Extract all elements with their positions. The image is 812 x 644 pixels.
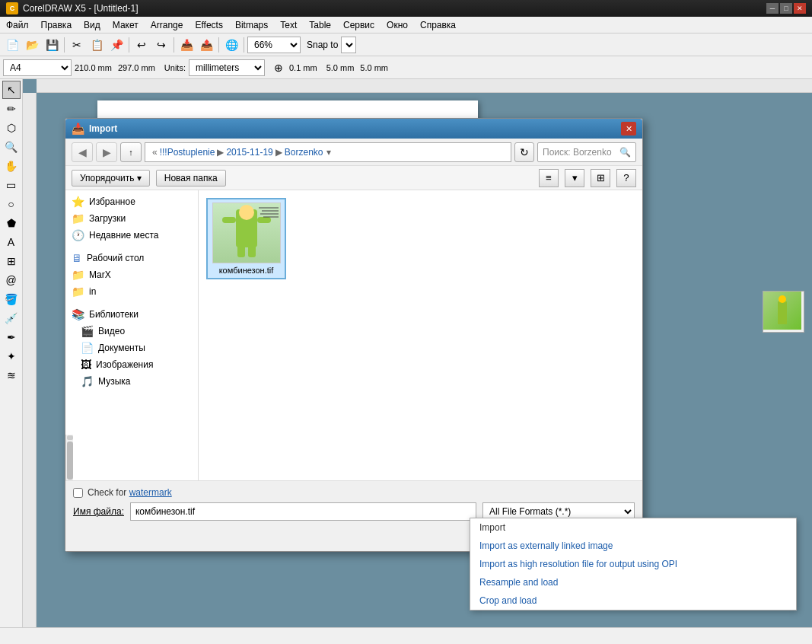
fill-tool[interactable]: 🪣 bbox=[2, 290, 21, 308]
dropdown-import-highres[interactable]: Import as high resolution file for outpu… bbox=[470, 555, 796, 573]
blend-tool[interactable]: ≋ bbox=[2, 366, 21, 384]
page-size-select[interactable]: A4 bbox=[3, 59, 72, 76]
forward-button[interactable]: ▶ bbox=[96, 142, 117, 162]
help-button[interactable]: ? bbox=[616, 169, 636, 187]
nav-recent[interactable]: 🕐 Недавние места bbox=[65, 227, 198, 244]
menu-view[interactable]: Вид bbox=[78, 17, 107, 33]
undo-btn[interactable]: ↩ bbox=[132, 36, 151, 54]
desktop-icon: 🖥 bbox=[72, 252, 82, 264]
menu-arrange[interactable]: Arrange bbox=[145, 17, 189, 33]
watermark-link[interactable]: watermark bbox=[129, 487, 172, 498]
images-icon: 🖼 bbox=[81, 359, 91, 371]
nav-in[interactable]: 📁 in bbox=[65, 283, 198, 300]
redo-btn[interactable]: ↪ bbox=[152, 36, 170, 54]
dropdown-import-linked[interactable]: Import as externally linked image bbox=[470, 537, 796, 555]
nav-video[interactable]: 🎬 Видео bbox=[65, 323, 198, 340]
dropdown-import[interactable]: Import bbox=[470, 518, 796, 537]
rectangle-tool[interactable]: ▭ bbox=[2, 176, 21, 194]
height-label: 297.0 mm bbox=[118, 63, 155, 72]
view-grid-button[interactable]: ⊞ bbox=[591, 169, 610, 187]
dropdown-crop[interactable]: Crop and load bbox=[470, 591, 796, 610]
download-icon: 📁 bbox=[72, 212, 84, 225]
app-title: CorelDRAW X5 - [Untitled-1] bbox=[23, 3, 766, 14]
menu-window[interactable]: Окно bbox=[381, 17, 414, 33]
filename-input[interactable] bbox=[130, 502, 476, 521]
save-btn[interactable]: 💾 bbox=[43, 36, 61, 54]
zoom-tool[interactable]: 🔍 bbox=[2, 138, 21, 156]
pan-tool[interactable]: ✋ bbox=[2, 157, 21, 175]
snap-select[interactable] bbox=[341, 37, 356, 53]
publish-btn[interactable]: 🌐 bbox=[222, 36, 240, 54]
offset-y: 5.0 mm bbox=[360, 63, 388, 72]
file-item-kombinezon[interactable]: комбинезон.tif bbox=[206, 198, 286, 279]
file-thumbnail bbox=[212, 202, 281, 263]
polygon-tool[interactable]: ⬟ bbox=[2, 214, 21, 232]
nav-music[interactable]: 🎵 Музыка bbox=[65, 373, 198, 390]
path-part3[interactable]: Borzenko bbox=[285, 147, 323, 158]
dialog-titlebar: 📥 Import ✕ bbox=[65, 119, 642, 139]
menu-effects[interactable]: Effects bbox=[189, 17, 228, 33]
nav-marx[interactable]: 📁 MarX bbox=[65, 266, 198, 283]
folder-in-icon: 📁 bbox=[72, 285, 84, 298]
close-button[interactable]: ✕ bbox=[794, 3, 806, 14]
menu-edit[interactable]: Правка bbox=[35, 17, 78, 33]
view-dropdown-button[interactable]: ▾ bbox=[565, 169, 584, 187]
open-btn[interactable]: 📂 bbox=[23, 36, 41, 54]
menu-layout[interactable]: Макет bbox=[107, 17, 145, 33]
minimize-button[interactable]: ─ bbox=[766, 3, 779, 14]
units-select[interactable]: millimeters bbox=[189, 59, 265, 76]
path-part1[interactable]: !!!Postuplenie bbox=[160, 147, 215, 158]
file-area: комбинезон.tif bbox=[199, 190, 642, 480]
units-label: Units: bbox=[164, 63, 186, 72]
spiral-tool[interactable]: @ bbox=[2, 271, 21, 289]
new-folder-button[interactable]: Новая папка bbox=[156, 170, 226, 187]
outline-tool[interactable]: ✒ bbox=[2, 328, 21, 346]
paste-btn[interactable]: 📌 bbox=[107, 36, 126, 54]
maximize-button[interactable]: □ bbox=[780, 3, 792, 14]
view-list-button[interactable]: ≡ bbox=[539, 169, 559, 187]
eyedropper-tool[interactable]: 💉 bbox=[2, 309, 21, 327]
nav-images[interactable]: 🖼 Изображения bbox=[65, 356, 198, 373]
nav-favorites[interactable]: ⭐ Избранное bbox=[65, 193, 198, 210]
shape-tool[interactable]: ⬡ bbox=[2, 119, 21, 137]
dropdown-resample[interactable]: Resample and load bbox=[470, 573, 796, 591]
ellipse-tool[interactable]: ○ bbox=[2, 195, 21, 213]
nav-libraries[interactable]: 📚 Библиотеки bbox=[65, 306, 198, 323]
menu-bitmaps[interactable]: Bitmaps bbox=[229, 17, 274, 33]
table-tool[interactable]: ⊞ bbox=[2, 252, 21, 270]
interactive-tool[interactable]: ✦ bbox=[2, 347, 21, 365]
refresh-button[interactable]: ↻ bbox=[514, 142, 534, 162]
cut-btn[interactable]: ✂ bbox=[68, 36, 86, 54]
watermark-label: Check for watermark bbox=[88, 487, 172, 498]
text-tool[interactable]: A bbox=[2, 233, 21, 251]
menu-text[interactable]: Text bbox=[274, 17, 303, 33]
menu-table[interactable]: Table bbox=[303, 17, 337, 33]
export-btn[interactable]: 📤 bbox=[197, 36, 215, 54]
ruler-vertical bbox=[23, 93, 37, 644]
nav-documents[interactable]: 📄 Документы bbox=[65, 340, 198, 356]
watermark-checkbox[interactable] bbox=[73, 488, 83, 498]
watermark-row: Check for watermark bbox=[73, 487, 635, 498]
path-part2[interactable]: 2015-11-19 bbox=[226, 147, 272, 158]
organize-button[interactable]: Упорядочить ▾ bbox=[72, 170, 150, 187]
sep5 bbox=[244, 37, 244, 53]
up-button[interactable]: ↑ bbox=[120, 142, 142, 162]
nudge-icon: ⊕ bbox=[274, 62, 283, 74]
menu-help[interactable]: Справка bbox=[414, 17, 462, 33]
copy-btn[interactable]: 📋 bbox=[88, 36, 106, 54]
freehand-tool[interactable]: ✏ bbox=[2, 100, 21, 118]
file-grid: комбинезон.tif bbox=[199, 190, 642, 480]
nav-desktop[interactable]: 🖥 Рабочий стол bbox=[65, 250, 198, 266]
back-button[interactable]: ◀ bbox=[72, 142, 93, 162]
dialog-close-button[interactable]: ✕ bbox=[621, 122, 636, 135]
menu-tools[interactable]: Сервис bbox=[337, 17, 381, 33]
menu-file[interactable]: Файл bbox=[0, 17, 35, 33]
search-box: Поиск: Borzenko 🔍 bbox=[537, 142, 636, 162]
import-btn[interactable]: 📥 bbox=[177, 36, 196, 54]
nav-downloads[interactable]: 📁 Загрузки bbox=[65, 210, 198, 227]
new-btn[interactable]: 📄 bbox=[3, 36, 21, 54]
select-tool[interactable]: ↖ bbox=[2, 81, 21, 99]
main-toolbar: 📄 📂 💾 ✂ 📋 📌 ↩ ↪ 📥 📤 🌐 66% Snap to bbox=[0, 33, 812, 56]
zoom-select[interactable]: 66% bbox=[247, 37, 301, 53]
nav-scrollbar[interactable] bbox=[65, 435, 73, 480]
